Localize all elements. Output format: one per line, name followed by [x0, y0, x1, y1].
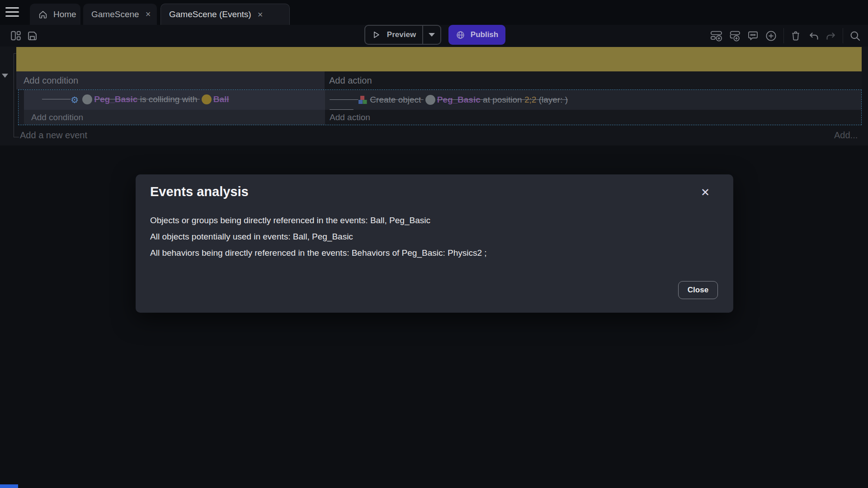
undo-icon[interactable] — [807, 29, 820, 42]
redo-icon[interactable] — [824, 29, 838, 42]
add-more-link[interactable]: Add... — [834, 130, 858, 141]
comment-event[interactable] — [16, 47, 862, 71]
panels-icon[interactable] — [9, 29, 23, 42]
tab-label: GameScene — [91, 9, 139, 19]
toolbar: Preview Publish — [0, 25, 868, 47]
action-cell[interactable]: Create object Peg_Basic at position 2;2 … — [325, 90, 861, 110]
toolbar-separator — [783, 28, 784, 43]
tab-label: GameScene (Events) — [169, 9, 251, 19]
search-icon[interactable] — [848, 29, 862, 42]
save-icon[interactable] — [25, 29, 39, 42]
publish-button[interactable]: Publish — [448, 25, 505, 45]
main-menu-icon[interactable] — [5, 7, 19, 18]
preview-options-button[interactable] — [422, 26, 440, 44]
collapse-caret-icon[interactable] — [2, 74, 8, 78]
tab-close-icon[interactable]: × — [257, 9, 264, 20]
condition-cell[interactable]: ⚙Peg_Basic is colliding with Ball — [24, 90, 325, 110]
ball-object-icon — [202, 94, 212, 104]
add-action-link[interactable]: Add action — [325, 110, 861, 125]
add-subevent-icon[interactable] — [728, 29, 741, 42]
gdevelop-app: Home GameScene × GameScene (Events) × — [0, 0, 868, 488]
close-icon[interactable]: ✕ — [696, 183, 714, 202]
preview-label: Preview — [387, 30, 416, 39]
tab-gamescene[interactable]: GameScene × — [83, 4, 157, 25]
home-icon — [38, 9, 48, 19]
create-object-icon — [358, 95, 367, 104]
tree-line — [14, 53, 14, 137]
preview-main[interactable]: Preview — [365, 26, 422, 44]
event-content-row: ⚙Peg_Basic is colliding with Ball Create… — [24, 90, 861, 110]
add-event-icon[interactable] — [710, 29, 723, 42]
peg-basic-object-icon — [425, 95, 435, 105]
analysis-line: All behaviors being directly referenced … — [150, 245, 715, 261]
tab-close-icon[interactable]: × — [145, 9, 152, 19]
analysis-line: Objects or groups being directly referen… — [150, 212, 715, 229]
events-sheet: Add condition Add action ⚙Peg_Basic is c… — [0, 47, 868, 145]
play-icon — [372, 30, 381, 39]
globe-icon — [456, 30, 465, 40]
dialog-title: Events analysis — [150, 184, 249, 199]
tab-home[interactable]: Home — [30, 4, 80, 25]
event-gutter — [19, 90, 24, 125]
tab-label: Home — [53, 9, 76, 19]
peg-basic-object-icon — [82, 94, 92, 104]
publish-label: Publish — [471, 30, 498, 39]
tab-gamescene-events[interactable]: GameScene (Events) × — [160, 4, 290, 25]
chevron-down-icon — [429, 33, 435, 37]
tree-line — [14, 137, 19, 137]
add-circle-icon[interactable] — [764, 29, 778, 42]
add-condition-link[interactable]: Add condition — [24, 110, 325, 125]
toolbar-separator — [843, 28, 843, 43]
physics-behavior-icon: ⚙ — [71, 94, 79, 105]
event-add-row: Add condition Add action — [24, 110, 861, 125]
add-comment-icon[interactable] — [746, 29, 760, 42]
close-button[interactable]: Close — [678, 281, 718, 299]
analysis-line: All objects potentially used in events: … — [150, 229, 715, 245]
bottom-left-accent — [0, 484, 18, 488]
dialog-body: Objects or groups being directly referen… — [150, 212, 715, 261]
events-analysis-dialog: Events analysis ✕ Objects or groups bein… — [136, 174, 733, 313]
trash-icon[interactable] — [789, 29, 802, 42]
selected-sub-event[interactable]: ⚙Peg_Basic is colliding with Ball Create… — [18, 89, 862, 125]
add-new-event-link[interactable]: Add a new event — [20, 130, 87, 141]
preview-button[interactable]: Preview — [364, 25, 441, 45]
tab-bar: Home GameScene × GameScene (Events) × — [0, 0, 868, 25]
